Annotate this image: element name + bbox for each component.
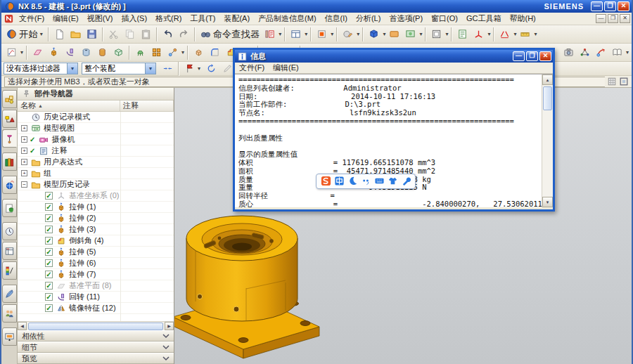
tree-row-feature-datum-plane-8[interactable]: ✓基准平面 (8): [18, 280, 174, 292]
scroll-thumb[interactable]: [543, 86, 552, 110]
save-disk-button[interactable]: [84, 27, 100, 42]
materials-palette-tab[interactable]: [2, 261, 17, 280]
dialog-title-bar[interactable]: 信息 — ❐ ✕: [235, 50, 553, 63]
maximize-view-button[interactable]: [618, 77, 629, 87]
menu-5[interactable]: 工具(T): [186, 13, 219, 25]
dropdown-caret[interactable]: ▾: [487, 31, 491, 37]
sheet-list-button[interactable]: [454, 27, 471, 42]
ime-zh-mode-button[interactable]: [333, 175, 345, 188]
tree-row-feature-extrude-1[interactable]: ✓拉伸 (1): [18, 202, 174, 213]
view-green-button[interactable]: [402, 27, 418, 42]
menu-8[interactable]: 信息(I): [321, 13, 352, 25]
restore-button[interactable]: ❐: [604, 1, 616, 11]
feature-checkbox[interactable]: ✓: [45, 226, 53, 233]
touch-mode-tab[interactable]: [2, 327, 17, 346]
copy-button[interactable]: [122, 27, 138, 42]
menu-3[interactable]: 插入(S): [117, 13, 151, 25]
structure-ic-button[interactable]: [577, 45, 593, 60]
dialog-minimize-button[interactable]: —: [513, 51, 525, 61]
mdi-close-button[interactable]: ✕: [620, 14, 630, 23]
panel-preview[interactable]: 预览: [18, 353, 174, 364]
feature-checkbox[interactable]: ✓: [45, 293, 53, 301]
cube-blue-button[interactable]: [366, 27, 382, 42]
menu-12[interactable]: GC工具箱: [462, 13, 506, 25]
sphere-pen-button[interactable]: [340, 27, 356, 42]
pin-icon[interactable]: [20, 88, 32, 100]
dialog-maximize-button[interactable]: ❐: [526, 51, 538, 61]
menu-6[interactable]: 装配(A): [219, 13, 254, 25]
sketch-button[interactable]: [4, 45, 20, 60]
assembly-navigator-tab[interactable]: [2, 90, 17, 108]
expand-toggle[interactable]: −: [21, 181, 27, 188]
expand-toggle[interactable]: +: [21, 148, 27, 154]
sogou-ime-toolbar[interactable]: [316, 174, 416, 189]
rotate-ic-button[interactable]: [203, 63, 219, 75]
assoc-ic-button[interactable]: [165, 45, 181, 60]
dropdown-caret[interactable]: ▾: [20, 49, 24, 56]
dropdown-caret[interactable]: ▾: [181, 49, 185, 56]
horizontal-scrollbar[interactable]: ◀ ▶: [18, 321, 174, 330]
combo-dropdown-button[interactable]: ▼: [145, 63, 155, 74]
tree-row-groups[interactable]: +组: [18, 168, 174, 179]
internet-palette-tab[interactable]: [2, 199, 17, 217]
border-box-button[interactable]: [428, 27, 445, 42]
ime-toolbox-button[interactable]: [400, 175, 411, 188]
panel-dependencies[interactable]: 相依性: [18, 330, 174, 342]
combo-dropdown-button[interactable]: ▼: [67, 63, 77, 74]
open-folder-button[interactable]: [68, 27, 84, 42]
command-finder-button[interactable]: 命令查找器: [198, 27, 262, 42]
feature-checkbox[interactable]: ✓: [45, 237, 53, 245]
expand-toggle[interactable]: +: [21, 170, 27, 176]
extrude-ic-button[interactable]: [46, 45, 62, 60]
dialog-menu-0[interactable]: 文件(F): [235, 63, 269, 73]
ime-skin-button[interactable]: [387, 175, 398, 188]
cut-button[interactable]: [106, 27, 122, 42]
panel-details[interactable]: 细节: [18, 342, 174, 353]
menu-0[interactable]: 文件(F): [15, 13, 49, 25]
expand-toggle[interactable]: +: [21, 159, 27, 165]
tree-row-model-history[interactable]: −模型历史记录: [18, 179, 174, 190]
ime-soft-keyboard-button[interactable]: [373, 175, 385, 188]
selection-flag-button[interactable]: ▾: [181, 63, 203, 75]
dropdown-caret[interactable]: ▾: [418, 31, 423, 37]
undo-button[interactable]: [160, 27, 176, 42]
dialog-vertical-scrollbar[interactable]: ▲ ▼: [542, 74, 553, 207]
expand-toggle[interactable]: +: [21, 125, 27, 131]
scroll-left-arrow[interactable]: ◀: [18, 322, 27, 330]
measure-red-button[interactable]: [497, 27, 513, 42]
tree-row-feature-extrude-6[interactable]: ✓拉伸 (6): [18, 258, 174, 269]
snapshot-ic-button[interactable]: [561, 45, 577, 60]
feature-checkbox[interactable]: ✓: [45, 259, 53, 267]
feature-checkbox[interactable]: ✓: [45, 214, 53, 222]
feature-checkbox[interactable]: ✓: [45, 304, 53, 312]
system-visualization-tab[interactable]: [2, 285, 17, 303]
ruler-gold-button[interactable]: [517, 27, 533, 42]
process-navigator-tab[interactable]: [2, 242, 17, 260]
constraint-navigator-tab[interactable]: [2, 110, 17, 128]
tree-row-feature-revolve-11[interactable]: ✓回转 (11): [18, 292, 174, 303]
menu-9[interactable]: 分析(L): [352, 13, 385, 25]
feature-checkbox[interactable]: ✓: [45, 282, 53, 290]
column-comment[interactable]: 注释: [120, 100, 174, 111]
menu-7[interactable]: 产品制造信息(M): [254, 13, 321, 25]
part-navigator-tab[interactable]: [2, 129, 17, 148]
orange-grid-button[interactable]: [314, 27, 330, 42]
mdi-restore-button[interactable]: ❐: [608, 14, 618, 23]
tree-row-cameras[interactable]: +✓摄像机: [18, 134, 174, 145]
menu-10[interactable]: 首选项(P): [385, 13, 427, 25]
window-layout-button[interactable]: [288, 27, 304, 42]
new-doc-button[interactable]: [51, 27, 68, 42]
feature-checkbox[interactable]: ✓: [45, 248, 53, 256]
scroll-up-arrow[interactable]: ▲: [542, 74, 553, 85]
dropdown-caret[interactable]: ▾: [533, 31, 537, 37]
ime-dots-button[interactable]: [360, 175, 371, 188]
tree-row-user-expressions[interactable]: +用户表达式: [18, 157, 174, 168]
dropdown-caret[interactable]: ▾: [330, 31, 334, 37]
feature-checkbox[interactable]: ✓: [45, 271, 53, 278]
feature-checkbox[interactable]: ✓: [45, 203, 53, 211]
menu-1[interactable]: 编辑(E): [49, 13, 83, 25]
dropdown-caret[interactable]: ▾: [356, 31, 360, 37]
tree-row-feature-datum-csys-0[interactable]: ✓基准坐标系 (0): [18, 190, 174, 202]
pmi-ruler-button[interactable]: [262, 27, 278, 42]
tree-row-annotations[interactable]: +✓注释: [18, 145, 174, 157]
